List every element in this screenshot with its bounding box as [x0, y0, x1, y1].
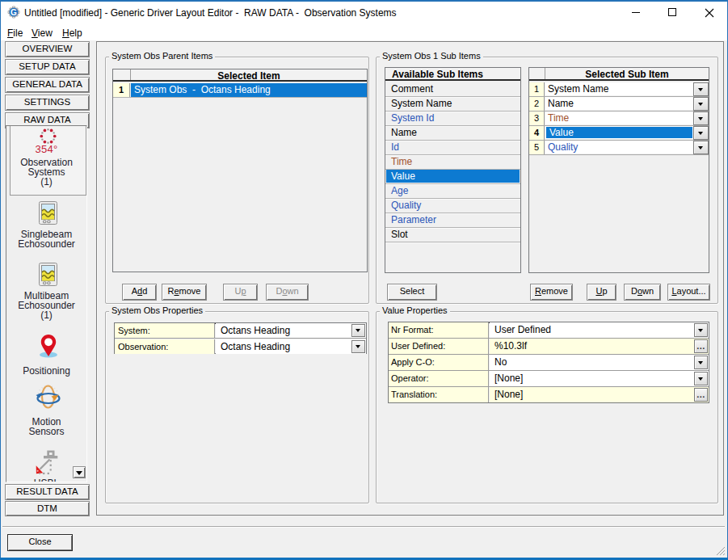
svg-text:G: G — [11, 8, 17, 17]
